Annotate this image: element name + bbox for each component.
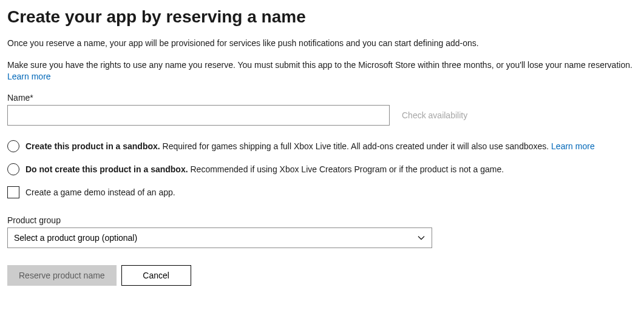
page-title: Create your app by reserving a name [7,7,637,27]
product-group-label: Product group [7,215,637,225]
name-input[interactable] [7,105,390,126]
intro-paragraph-2: Make sure you have the rights to use any… [7,59,637,83]
check-availability-button[interactable]: Check availability [402,110,467,120]
learn-more-link[interactable]: Learn more [7,72,51,81]
reserve-product-name-button[interactable]: Reserve product name [7,265,117,286]
game-demo-checkbox[interactable] [7,186,19,198]
sandbox-do-not-radio[interactable] [7,163,19,175]
cancel-button[interactable]: Cancel [121,265,191,286]
sandbox-learn-more-link[interactable]: Learn more [551,141,595,151]
game-demo-label: Create a game demo instead of an app. [25,187,175,197]
name-label: Name* [7,93,637,103]
intro-text-2: Make sure you have the rights to use any… [7,60,632,70]
sandbox-create-label: Create this product in a sandbox. Requir… [25,141,595,152]
chevron-down-icon [417,234,425,242]
product-group-select[interactable]: Select a product group (optional) [7,227,432,248]
product-group-placeholder: Select a product group (optional) [14,233,137,243]
intro-paragraph-1: Once you reserve a name, your app will b… [7,38,637,50]
sandbox-do-not-label: Do not create this product in a sandbox.… [25,164,504,175]
sandbox-create-radio[interactable] [7,140,19,152]
